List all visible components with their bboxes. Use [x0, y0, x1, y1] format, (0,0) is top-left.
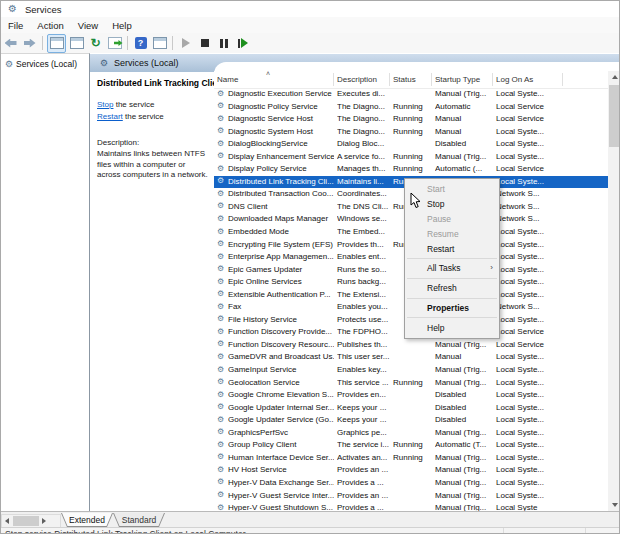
table-row[interactable]: ⚙ Hyper-V Guest Service Inter... Provide…: [214, 490, 608, 503]
table-row[interactable]: ⚙ Google Updater Service (Go... Keeps yo…: [214, 414, 608, 427]
cell-description: Maintains li...: [337, 177, 391, 186]
cell-startup-type: Manual: [435, 127, 494, 136]
cell-log-on-as: Local Syste...: [496, 378, 562, 387]
cell-startup-type: Manual (Trig...: [435, 453, 494, 462]
scroll-up-button[interactable]: [608, 71, 620, 83]
refresh-icon: ↻: [90, 37, 100, 49]
service-gear-icon: ⚙: [217, 201, 224, 210]
cell-name: Epic Games Updater: [228, 265, 334, 274]
cell-name: GameDVR and Broadcast Us...: [228, 352, 334, 361]
cell-log-on-as: Local Service: [496, 327, 562, 336]
column-header-log-on-as[interactable]: Log On As: [496, 75, 533, 84]
refresh-button[interactable]: ↻: [87, 35, 104, 52]
selected-service-title: Distributed Link Tracking Client: [97, 78, 227, 88]
column-header-name[interactable]: Name: [217, 75, 238, 84]
context-menu-item-restart[interactable]: Restart: [405, 241, 499, 256]
table-row[interactable]: ⚙ Geolocation Service This service ... R…: [214, 377, 608, 390]
table-row[interactable]: ⚙ Diagnostic Service Host The Diagno... …: [214, 113, 608, 126]
pause-service-button[interactable]: [215, 35, 232, 52]
menu-view[interactable]: View: [71, 17, 105, 33]
cell-log-on-as: Local Syste...: [496, 139, 562, 148]
cell-log-on-as: Local Syste...: [496, 491, 562, 500]
scroll-down-button[interactable]: [608, 499, 620, 511]
cell-name: Downloaded Maps Manager: [228, 214, 334, 223]
cell-startup-type: Manual (Trig...: [435, 89, 494, 98]
cell-name: Fax: [228, 302, 334, 311]
properties-window-button[interactable]: [151, 35, 168, 52]
table-row[interactable]: ⚙ Hyper-V Data Exchange Ser... Provides …: [214, 477, 608, 490]
cell-log-on-as: Local Syste...: [496, 227, 562, 236]
cell-description: Provides an ...: [337, 465, 391, 474]
table-row[interactable]: ⚙ Function Discovery Resourc... Publishe…: [214, 339, 608, 352]
stop-service-button[interactable]: [196, 35, 213, 52]
back-arrow-icon: [5, 39, 17, 48]
table-row[interactable]: ⚙ GameInput Service Enables key... Manua…: [214, 364, 608, 377]
restart-service-button[interactable]: [234, 35, 251, 52]
menu-separator: [407, 317, 497, 318]
column-header-startup-type[interactable]: Startup Type: [435, 75, 480, 84]
cell-name: GraphicsPerfSvc: [228, 428, 334, 437]
forward-button[interactable]: [21, 35, 38, 52]
cell-log-on-as: Local Syste...: [496, 390, 562, 399]
table-row[interactable]: ⚙ DialogBlockingService Dialog Bloc... D…: [214, 138, 608, 151]
cell-name: Embedded Mode: [228, 227, 334, 236]
table-row[interactable]: ⚙ Display Policy Service Manages th... R…: [214, 163, 608, 176]
mouse-cursor-icon: [410, 193, 421, 209]
menu-action[interactable]: Action: [30, 17, 70, 33]
scroll-left-icon: [5, 518, 9, 524]
cell-name: Encrypting File System (EFS): [228, 240, 334, 249]
table-row[interactable]: ⚙ GraphicsPerfSvc Graphics pe... Manual …: [214, 427, 608, 440]
show-console-tree-button[interactable]: [47, 34, 66, 53]
menu-help[interactable]: Help: [105, 17, 139, 33]
table-row[interactable]: ⚙ Hyper-V Guest Shutdown S... Provides a…: [214, 502, 608, 511]
table-row[interactable]: ⚙ GameDVR and Broadcast Us... This user …: [214, 351, 608, 364]
context-menu-item-all-tasks[interactable]: All Tasks›: [405, 261, 499, 276]
table-row[interactable]: ⚙ Group Policy Client The service i... R…: [214, 439, 608, 452]
tree-horizontal-scrollbar[interactable]: [1, 514, 61, 528]
tab-standard[interactable]: Standard: [113, 513, 165, 527]
tree-scrollbar-thumb[interactable]: [13, 516, 39, 526]
context-menu-item-properties[interactable]: Properties: [405, 301, 499, 316]
cell-log-on-as: Local Syste...: [496, 265, 562, 274]
cell-startup-type: Disabled: [435, 390, 494, 399]
column-header-status[interactable]: Status: [393, 75, 416, 84]
service-gear-icon: ⚙: [217, 189, 224, 198]
tab-extended[interactable]: Extended: [61, 513, 113, 527]
restart-service-link[interactable]: Restart: [97, 112, 123, 121]
cell-name: Extensible Authentication P...: [228, 290, 334, 299]
scroll-right-button[interactable]: [39, 515, 49, 527]
forward-arrow-icon: [24, 39, 36, 48]
tree-item-services-local[interactable]: ⚙ Services (Local): [3, 57, 87, 71]
table-row[interactable]: ⚙ Diagnostic Execution Service Executes …: [214, 88, 608, 101]
cell-description: Coordinates...: [337, 189, 391, 198]
table-row[interactable]: ⚙ Diagnostic System Host The Diagno... R…: [214, 126, 608, 139]
service-gear-icon: ⚙: [217, 440, 224, 449]
table-row[interactable]: ⚙ Display Enhancement Service A service …: [214, 151, 608, 164]
table-row[interactable]: ⚙ HV Host Service Provides an ... Manual…: [214, 464, 608, 477]
stop-service-link[interactable]: Stop: [97, 100, 113, 109]
cell-description: The Extensi...: [337, 290, 391, 299]
menu-file[interactable]: File: [1, 17, 30, 33]
service-gear-icon: ⚙: [217, 452, 224, 461]
table-row[interactable]: ⚙ Diagnostic Policy Service The Diagno..…: [214, 101, 608, 114]
table-row[interactable]: ⚙ Google Chrome Elevation S... Provides …: [214, 389, 608, 402]
column-header-description[interactable]: Description: [337, 75, 377, 84]
vertical-scrollbar[interactable]: [608, 71, 620, 511]
context-menu-item-help[interactable]: Help: [405, 320, 499, 335]
cell-name: DialogBlockingService: [228, 139, 334, 148]
back-button[interactable]: [2, 35, 19, 52]
start-service-button[interactable]: [177, 35, 194, 52]
context-menu-item-refresh[interactable]: Refresh: [405, 281, 499, 296]
export-list-button[interactable]: [106, 35, 123, 52]
table-row[interactable]: ⚙ Google Updater Internal Ser... Keeps y…: [214, 402, 608, 415]
scrollbar-thumb[interactable]: [609, 85, 620, 147]
cell-startup-type: Manual (Trig...: [435, 503, 494, 511]
table-row[interactable]: ⚙ Human Interface Device Ser... Activate…: [214, 452, 608, 465]
cell-log-on-as: Local Syste...: [496, 365, 562, 374]
cell-startup-type: Disabled: [435, 415, 494, 424]
show-window-button[interactable]: [68, 35, 85, 52]
cell-description: A service fo...: [337, 152, 391, 161]
help-button[interactable]: ?: [132, 35, 149, 52]
scroll-left-button[interactable]: [2, 515, 12, 527]
cell-name: Enterprise App Managemen...: [228, 252, 334, 261]
